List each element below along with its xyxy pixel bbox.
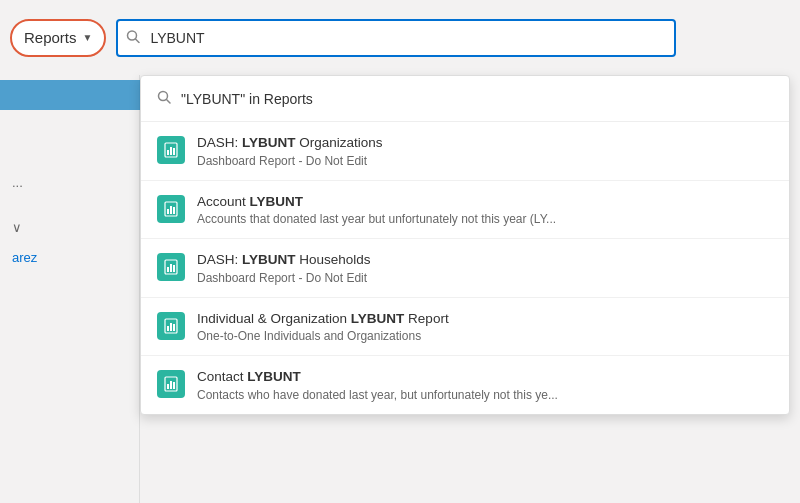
- report-icon: [157, 253, 185, 281]
- svg-rect-18: [170, 323, 172, 331]
- result-text: DASH: LYBUNT HouseholdsDashboard Report …: [197, 251, 773, 285]
- svg-rect-14: [170, 264, 172, 272]
- result-title: Account LYBUNT: [197, 193, 773, 211]
- result-text: Individual & Organization LYBUNT ReportO…: [197, 310, 773, 344]
- svg-rect-15: [173, 265, 175, 272]
- result-subtitle: One-to-One Individuals and Organizations: [197, 329, 773, 343]
- top-bar: Reports ▼: [0, 0, 800, 75]
- result-subtitle: Dashboard Report - Do Not Edit: [197, 154, 773, 168]
- caret-icon: ▼: [83, 32, 93, 43]
- result-row[interactable]: Account LYBUNTAccounts that donated last…: [141, 181, 789, 240]
- sidebar-chevron: ∨: [12, 220, 22, 235]
- dropdown-search-icon: [157, 90, 171, 107]
- search-icon: [126, 29, 140, 46]
- result-text: Contact LYBUNTContacts who have donated …: [197, 368, 773, 402]
- sidebar-arez: arez: [12, 250, 37, 265]
- svg-rect-6: [170, 147, 172, 155]
- svg-rect-7: [173, 148, 175, 155]
- search-in-reports-option[interactable]: "LYBUNT" in Reports: [141, 76, 789, 122]
- svg-rect-10: [170, 206, 172, 214]
- results-list: DASH: LYBUNT OrganizationsDashboard Repo…: [141, 122, 789, 414]
- search-container: [116, 19, 676, 57]
- svg-line-3: [167, 100, 171, 104]
- sidebar-dots: ...: [12, 175, 23, 190]
- svg-rect-9: [167, 209, 169, 214]
- svg-rect-21: [167, 384, 169, 389]
- svg-rect-22: [170, 381, 172, 389]
- svg-line-1: [136, 39, 140, 43]
- svg-rect-19: [173, 324, 175, 331]
- result-subtitle: Dashboard Report - Do Not Edit: [197, 271, 773, 285]
- reports-label: Reports: [24, 29, 77, 46]
- svg-rect-23: [173, 382, 175, 389]
- result-row[interactable]: Individual & Organization LYBUNT ReportO…: [141, 298, 789, 357]
- result-title: Individual & Organization LYBUNT Report: [197, 310, 773, 328]
- search-in-reports-label: "LYBUNT" in Reports: [181, 91, 313, 107]
- sidebar: ... ∨ arez: [0, 0, 140, 503]
- svg-rect-5: [167, 150, 169, 155]
- report-icon: [157, 136, 185, 164]
- result-text: Account LYBUNTAccounts that donated last…: [197, 193, 773, 227]
- report-icon: [157, 370, 185, 398]
- search-dropdown: "LYBUNT" in Reports DASH: LYBUNT Organiz…: [140, 75, 790, 415]
- report-icon: [157, 195, 185, 223]
- search-input[interactable]: [116, 19, 676, 57]
- svg-rect-11: [173, 207, 175, 214]
- result-text: DASH: LYBUNT OrganizationsDashboard Repo…: [197, 134, 773, 168]
- result-subtitle: Contacts who have donated last year, but…: [197, 388, 773, 402]
- svg-rect-17: [167, 326, 169, 331]
- reports-dropdown-button[interactable]: Reports ▼: [10, 19, 106, 57]
- result-title: DASH: LYBUNT Organizations: [197, 134, 773, 152]
- result-row[interactable]: DASH: LYBUNT OrganizationsDashboard Repo…: [141, 122, 789, 181]
- sidebar-active-item: [0, 80, 140, 110]
- result-title: DASH: LYBUNT Households: [197, 251, 773, 269]
- result-row[interactable]: DASH: LYBUNT HouseholdsDashboard Report …: [141, 239, 789, 298]
- svg-rect-13: [167, 267, 169, 272]
- result-subtitle: Accounts that donated last year but unfo…: [197, 212, 773, 226]
- result-row[interactable]: Contact LYBUNTContacts who have donated …: [141, 356, 789, 414]
- report-icon: [157, 312, 185, 340]
- result-title: Contact LYBUNT: [197, 368, 773, 386]
